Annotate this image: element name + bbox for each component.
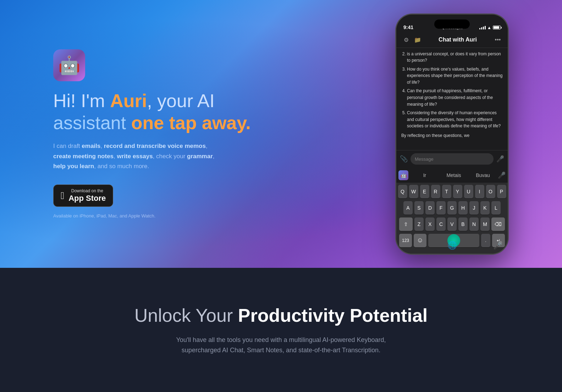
hero-title-part2: , your AI — [147, 90, 215, 111]
key-P[interactable]: P — [497, 185, 506, 198]
bottom-title-part1: Unlock Your — [134, 305, 238, 326]
keyboard-mic-bottom-icon[interactable]: 🎤 — [493, 241, 503, 250]
signal-bars — [479, 26, 486, 29]
key-T[interactable]: T — [442, 185, 451, 198]
keyboard-row-1: Q W E R T Y U I O P — [398, 185, 506, 198]
hero-title-part4: one tap away. — [131, 112, 251, 133]
attach-icon[interactable]: 📎 — [400, 155, 408, 163]
key-H[interactable]: H — [458, 201, 468, 215]
app-store-availability: Available on iPhone, iPad, Mac, and Appl… — [53, 213, 251, 219]
key-delete[interactable]: ⌫ — [491, 217, 505, 231]
app-store-button[interactable]:  Download on the App Store — [53, 184, 113, 207]
chat-paragraph: By reflecting on these questions, we — [401, 132, 503, 139]
hero-title: Hi! I'm Auri, your AI assistant one tap … — [53, 90, 251, 134]
folder-icon[interactable]: 📁 — [412, 37, 423, 43]
keyboard-suggestions: 🤖 Ir Metais Buvau 🎤 — [396, 168, 508, 183]
bottom-title: Unlock Your Productivity Potential — [134, 304, 428, 326]
subtitle-bold2: record and transcribe voice memos — [104, 143, 206, 149]
signal-bar-2 — [481, 27, 482, 29]
key-N[interactable]: N — [469, 217, 479, 231]
subtitle-part7: , and so much more. — [94, 163, 149, 170]
key-K[interactable]: K — [480, 201, 490, 215]
key-G[interactable]: G — [447, 201, 457, 215]
key-B[interactable]: B — [458, 217, 468, 231]
subtitle-bold4: write essays — [117, 153, 153, 160]
subtitle-part6: , — [213, 153, 215, 160]
hero-title-part1: Hi! I'm — [53, 90, 110, 111]
subtitle-part4: , — [114, 153, 117, 160]
chat-item-5: Considering the diversity of human exper… — [407, 110, 503, 129]
hero-content: Hi! I'm Auri, your AI assistant one tap … — [53, 49, 251, 219]
key-Q[interactable]: Q — [398, 185, 407, 198]
key-M[interactable]: M — [480, 217, 490, 231]
hero-section: Hi! I'm Auri, your AI assistant one tap … — [0, 0, 562, 268]
key-F[interactable]: F — [436, 201, 446, 215]
signal-bar-4 — [485, 26, 486, 29]
app-store-top-label: Download on the — [68, 188, 106, 193]
app-store-btn-text: Download on the App Store — [68, 188, 106, 203]
more-options-icon[interactable]: ••• — [492, 37, 503, 43]
subtitle-bold1: emails — [82, 143, 100, 149]
key-period[interactable]: . — [481, 234, 490, 247]
keyboard-mic-icon[interactable]: 🎤 — [498, 171, 506, 179]
chat-item-4: Can the pursuit of happiness, fulfillmen… — [407, 88, 503, 107]
hero-subtitle: I can draft emails, record and transcrib… — [53, 141, 224, 172]
bottom-title-bold: Productivity Potential — [238, 305, 428, 326]
mic-icon[interactable]: 🎤 — [496, 155, 504, 163]
chat-messages: is a universal concept, or does it vary … — [401, 51, 503, 139]
message-input-area: 📎 Message 🎤 — [396, 150, 508, 168]
subtitle-bold5: grammar — [187, 153, 213, 160]
key-X[interactable]: X — [425, 217, 435, 231]
key-shift[interactable]: ⇧ — [399, 217, 413, 231]
message-placeholder: Message — [415, 156, 434, 162]
keyboard-avatar: 🤖 — [398, 170, 408, 180]
globe-icon[interactable]: 🌐 — [447, 241, 457, 250]
chat-item-3: How do you think one's values, beliefs, … — [407, 66, 503, 86]
key-Y[interactable]: Y — [453, 185, 462, 198]
keyboard-row-3: ⇧ Z X C V B N M ⌫ — [398, 217, 506, 231]
battery-fill — [494, 26, 499, 29]
key-V[interactable]: V — [447, 217, 457, 231]
key-O[interactable]: O — [486, 185, 495, 198]
status-icons: ▲ — [468, 25, 501, 30]
subtitle-bold3: create meeting notes — [53, 153, 114, 160]
app-store-bottom-label: App Store — [68, 194, 106, 203]
key-123[interactable]: 123 — [399, 234, 412, 247]
avatar — [53, 49, 85, 81]
key-J[interactable]: J — [469, 201, 479, 215]
message-input-field[interactable]: Message — [411, 153, 494, 165]
key-L[interactable]: L — [491, 201, 501, 215]
key-S[interactable]: S — [414, 201, 424, 215]
suggestion-ir[interactable]: Ir — [411, 171, 439, 180]
subtitle-part2: , — [100, 143, 104, 149]
key-R[interactable]: R — [431, 185, 440, 198]
key-Z[interactable]: Z — [414, 217, 424, 231]
key-E[interactable]: E — [420, 185, 429, 198]
phone-frame: 9:41 ◀ Messages ▲ ⚙ — [395, 13, 509, 255]
settings-icon[interactable]: ⚙ — [401, 37, 412, 43]
subtitle-part1: I can draft — [53, 143, 82, 149]
key-emoji[interactable]: ☺ — [414, 234, 426, 247]
app-bar: ⚙ 📁 Chat with Auri ••• — [396, 32, 508, 48]
chat-item-2: is a universal concept, or does it vary … — [407, 51, 503, 64]
app-store-button-wrapper:  Download on the App Store Available on… — [53, 184, 251, 219]
key-W[interactable]: W — [409, 185, 418, 198]
key-U[interactable]: U — [464, 185, 473, 198]
app-bar-title: Chat with Auri — [423, 37, 492, 43]
suggestion-buvau[interactable]: Buvau — [469, 171, 497, 180]
phone-keyboard: 🤖 Ir Metais Buvau 🎤 Q W E R T Y U — [396, 168, 508, 254]
key-I[interactable]: I — [475, 185, 484, 198]
signal-bar-3 — [483, 27, 484, 29]
subtitle-part5: , check your — [153, 153, 187, 160]
bottom-subtitle-line1: You'll have all the tools you need with … — [176, 336, 386, 343]
suggestion-metais[interactable]: Metais — [440, 171, 468, 180]
phone-mockup: 9:41 ◀ Messages ▲ ⚙ — [395, 13, 509, 255]
hero-title-part3: assistant — [53, 112, 131, 133]
bottom-subtitle: You'll have all the tools you need with … — [176, 335, 386, 355]
wifi-icon: ▲ — [487, 25, 491, 30]
subtitle-part3: , — [206, 143, 208, 149]
key-C[interactable]: C — [436, 217, 446, 231]
apple-icon:  — [61, 191, 64, 201]
key-A[interactable]: A — [403, 201, 413, 215]
key-D[interactable]: D — [425, 201, 435, 215]
